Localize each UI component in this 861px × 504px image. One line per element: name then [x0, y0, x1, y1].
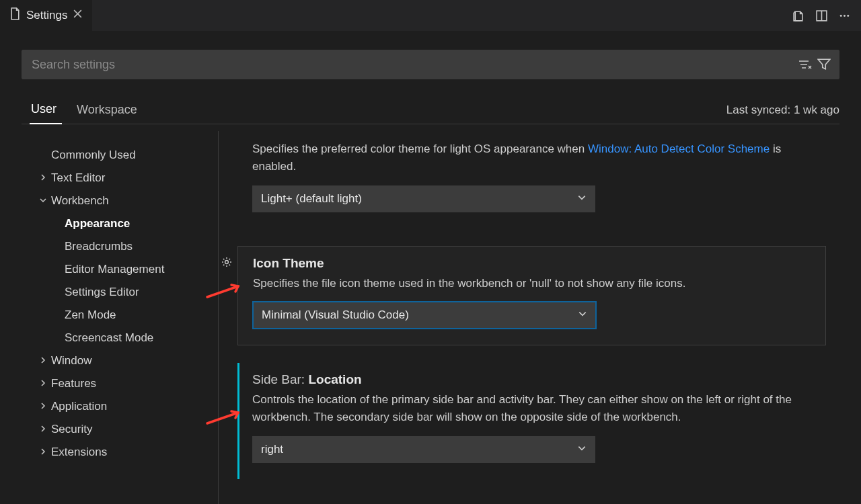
toc-window[interactable]: Window	[36, 349, 218, 372]
toc-text-editor[interactable]: Text Editor	[36, 166, 218, 189]
chevron-down-icon	[36, 196, 50, 204]
toc-settings-editor[interactable]: Settings Editor	[36, 280, 218, 303]
link-auto-detect-color-scheme[interactable]: Window: Auto Detect Color Scheme	[588, 142, 770, 155]
chevron-right-icon	[36, 356, 50, 364]
select-value: right	[261, 443, 283, 456]
toc-features[interactable]: Features	[36, 372, 218, 394]
toc-commonly-used[interactable]: Commonly Used	[36, 143, 218, 166]
select-sidebar-location[interactable]: right	[252, 436, 595, 463]
scope-user[interactable]: User	[30, 98, 62, 124]
toc-application[interactable]: Application	[36, 394, 218, 417]
toc-appearance[interactable]: Appearance	[36, 212, 218, 235]
chevron-right-icon	[36, 425, 50, 433]
setting-title: Side Bar: Location	[252, 372, 362, 387]
settings-toc: Commonly Used Text Editor Workbench Appe…	[22, 131, 218, 504]
toc-zen-mode[interactable]: Zen Mode	[36, 303, 218, 326]
toc-extensions[interactable]: Extensions	[36, 440, 218, 463]
close-icon[interactable]	[73, 9, 83, 22]
toc-workbench[interactable]: Workbench	[36, 189, 218, 212]
setting-description: Specifies the preferred color theme for …	[252, 140, 811, 176]
chevron-down-icon	[578, 308, 587, 322]
toc-security[interactable]: Security	[36, 417, 218, 440]
chevron-down-icon	[577, 192, 587, 206]
select-value: Light+ (default light)	[261, 192, 362, 206]
setting-sidebar-location: Side Bar: Location Controls the location…	[237, 363, 826, 479]
chevron-right-icon	[36, 402, 50, 410]
select-preferred-light-theme[interactable]: Light+ (default light)	[252, 185, 595, 212]
more-actions-icon[interactable]	[833, 9, 856, 22]
setting-title: Icon Theme	[253, 256, 324, 271]
setting-description: Specifies the file icon theme used in th…	[253, 275, 811, 292]
sync-status: Last synced: 1 wk ago	[726, 103, 839, 124]
filter-icon[interactable]	[815, 58, 833, 71]
open-changes-icon[interactable]	[787, 9, 810, 22]
toc-breadcrumbs[interactable]: Breadcrumbs	[36, 235, 218, 257]
file-icon	[9, 7, 21, 24]
toc-editor-management[interactable]: Editor Management	[36, 257, 218, 280]
chevron-right-icon	[36, 379, 50, 387]
select-icon-theme[interactable]: Minimal (Visual Studio Code)	[253, 302, 596, 329]
tab-settings[interactable]: Settings	[0, 0, 92, 31]
select-value: Minimal (Visual Studio Code)	[262, 308, 409, 322]
scope-workspace[interactable]: Workspace	[75, 99, 143, 124]
split-editor-icon[interactable]	[810, 9, 833, 22]
setting-description: Controls the location of the primary sid…	[252, 391, 811, 427]
toc-screencast-mode[interactable]: Screencast Mode	[36, 326, 218, 349]
scope-tabs: User Workspace Last synced: 1 wk ago	[22, 98, 839, 124]
svg-point-3	[844, 15, 846, 17]
gear-icon[interactable]	[221, 256, 233, 271]
tab-title: Settings	[26, 9, 67, 22]
clear-filters-icon[interactable]	[796, 58, 815, 71]
svg-point-8	[225, 260, 229, 263]
modified-indicator	[237, 363, 239, 479]
svg-point-2	[839, 15, 841, 17]
chevron-right-icon	[36, 173, 50, 181]
chevron-right-icon	[36, 448, 50, 456]
settings-search	[22, 50, 839, 79]
settings-content: Specifies the preferred color theme for …	[218, 131, 839, 504]
chevron-down-icon	[577, 443, 587, 456]
editor-tabbar: Settings	[0, 0, 861, 31]
setting-icon-theme: Icon Theme Specifies the file icon theme…	[237, 246, 826, 345]
search-input[interactable]	[28, 54, 796, 76]
setting-preferred-light-theme: Specifies the preferred color theme for …	[237, 140, 826, 228]
svg-point-4	[847, 15, 849, 17]
